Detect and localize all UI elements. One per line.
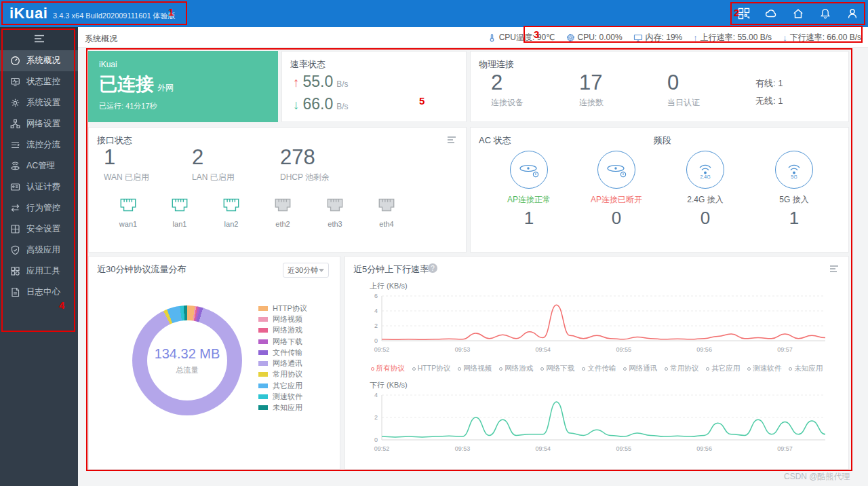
legend-all-protocols[interactable]: 所有协议 [371,364,405,373]
svg-text:09:57: 09:57 [777,445,793,452]
ap-device-icon [597,151,635,189]
stat-wan: 1 WAN 已启用 [104,147,149,183]
legend-item: 未知应用 [258,403,307,413]
sidebar-item-network-settings[interactable]: 网络设置 [0,113,78,134]
rate-chart-title: 近5分钟上下行速率 [353,263,429,276]
ap-offline-block: AP连接已断开 0 [576,151,657,229]
connection-brand: iKuai [99,60,117,69]
memory-monitor-icon [633,33,643,42]
legend-item: 其它应用 [258,380,307,391]
sidebar-item-advanced[interactable]: 高级应用 [0,240,78,261]
legend-protocol[interactable]: 其它应用 [706,364,740,373]
wired-count: 有线: 1 [755,75,783,92]
wifi-24g-icon: 2.4G [686,151,724,189]
legend-protocol[interactable]: 网络游戏 [499,364,533,373]
up-chart-svg: 024609:5209:5309:5409:5509:5609:57 [361,292,829,360]
sidebar-item-ac-management[interactable]: AC管理 [0,155,78,176]
home-icon[interactable] [792,7,804,20]
sidebar-item-flow-control[interactable]: 流控分流 [0,134,78,155]
legend-protocol[interactable]: 文件传输 [582,364,616,373]
svg-text:09:56: 09:56 [696,346,712,353]
port-eth3: eth3 [316,197,354,228]
version-text: 3.4.3 x64 Build202009111601 体验版 [53,11,176,21]
sidebar-collapse-button[interactable] [0,27,78,50]
download-arrow-icon: ↓ [293,98,300,113]
flow-list-icon [10,140,20,150]
app-grid-icon[interactable] [738,7,750,20]
bell-icon[interactable] [819,7,831,20]
legend-protocol[interactable]: 网络通讯 [623,364,657,373]
band-24g-value: 0 [665,208,746,229]
breadcrumb: 系统概况 [85,33,117,45]
hamburger-icon [34,34,45,43]
cloud-icon[interactable] [765,7,777,20]
legend-item: 测速软件 [258,391,307,402]
user-icon[interactable] [846,7,859,20]
ac-card: AC 状态 频段 AP连接正常 1 AP连接已断开 0 2.4G 2.4G 接入… [470,127,849,253]
sidebar-item-logs[interactable]: 日志中心 [0,282,78,303]
status-cpu-temp: CPU温度: 90℃ [488,32,555,43]
ethernet-port-icon [273,197,293,214]
svg-text:2: 2 [374,322,378,329]
stat-auth-today: 0 当日认证 [667,72,700,109]
port-lan1: lan1 [161,197,199,228]
svg-text:09:55: 09:55 [616,445,631,452]
sidebar: 系统概况 状态监控 系统设置 网络设置 流控分流 AC管理 认证计费 行为管控 … [0,27,78,486]
grid-square-icon [10,224,20,234]
upload-chart-label: 上行 (KB/s) [370,281,408,291]
sidebar-item-security[interactable]: 安全设置 [0,219,78,240]
protocol-card-title: 近30分钟协议流量分布 [97,263,186,276]
card-menu-icon[interactable] [829,265,839,273]
band-24g-block: 2.4G 2.4G 接入 0 [665,151,746,229]
band-5g-value: 1 [753,208,835,229]
stat-devices: 2 连接设备 [491,72,524,109]
upload-rate-row: ↑ 55.0 B/s [293,73,349,91]
main-content: iKuai 已连接外网 已运行: 41分17秒 速率状态 ↑ 55.0 B/s … [78,48,868,486]
legend-protocol[interactable]: 测速软件 [747,364,781,373]
ap-device-icon [510,151,548,189]
legend-protocol[interactable]: 未知应用 [789,364,823,373]
connection-status: 已连接外网 [99,72,174,96]
sidebar-item-system-settings[interactable]: 系统设置 [0,92,78,113]
time-range-select[interactable]: 近30分钟 [283,263,329,278]
legend-protocol[interactable]: HTTP协议 [412,364,450,373]
stat-dhcp: 278 DHCP 池剩余 [280,147,330,183]
svg-text:4: 4 [374,392,378,398]
sidebar-item-auth-billing[interactable]: 认证计费 [0,176,78,198]
legend-protocol[interactable]: 网络下载 [540,364,574,373]
sidebar-item-overview[interactable]: 系统概况 [0,50,78,71]
wifi-5g-icon: 5G [775,151,813,189]
legend-item: 常用协议 [258,369,307,380]
help-icon[interactable]: ? [428,263,437,273]
document-icon [10,287,20,297]
band-5g-block: 5G 5G 接入 1 [753,151,835,229]
sidebar-item-tools[interactable]: 应用工具 [0,261,78,282]
ac-card-title: AC 状态 [479,134,511,147]
connection-uptime: 已运行: 41分17秒 [99,101,157,111]
rate-status-card: 速率状态 ↑ 55.0 B/s ↓ 66.0 B/s [281,51,467,122]
card-menu-icon[interactable] [447,136,456,144]
port-lan2: lan2 [212,197,250,228]
topbar: iKuai 3.4.3 x64 Build202009111601 体验版 [0,0,868,27]
ethernet-port-icon [118,197,138,214]
svg-text:0: 0 [374,436,378,443]
legend-item: 网络下载 [258,336,307,347]
svg-text:09:54: 09:54 [536,445,551,452]
svg-text:09:53: 09:53 [455,445,471,452]
pulse-monitor-icon [10,77,20,87]
ethernet-port-icon [170,197,190,214]
network-nodes-icon [10,119,20,129]
ap-offline-value: 0 [576,208,657,229]
band-title: 频段 [654,134,671,147]
sidebar-item-monitor[interactable]: 状态监控 [0,71,78,92]
legend-protocol[interactable]: 网络视频 [458,364,492,373]
donut-chart: 134.32 MB 总流量 [132,305,242,415]
svg-text:5G: 5G [791,174,797,179]
donut-center: 134.32 MB 总流量 [147,320,227,400]
statusbar: CPU温度: 90℃ CPU: 0.00% 内存: 19% ↑ 上行速率: 55… [488,27,861,48]
legend-protocol[interactable]: 常用协议 [665,364,698,373]
ethernet-port-icon [325,197,345,214]
sidebar-item-behavior[interactable]: 行为管控 [0,198,78,219]
rate-card-title: 速率状态 [290,58,326,71]
down-arrow-icon: ↓ [783,33,787,43]
